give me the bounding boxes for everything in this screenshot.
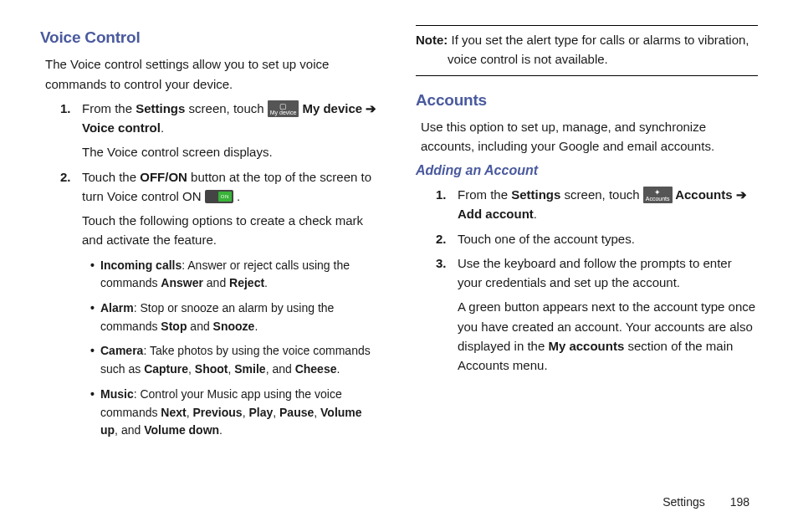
step1-extra: The Voice control screen displays. xyxy=(82,142,382,161)
heading-accounts: Accounts xyxy=(416,88,758,112)
step3-extra: A green button appears next to the accou… xyxy=(458,297,758,375)
accounts-steps-list: 1. From the Settings screen, touch ✦Acco… xyxy=(416,185,758,375)
feature-list: Incoming calls: Answer or reject calls u… xyxy=(82,257,382,440)
accounts-step-1: 1. From the Settings screen, touch ✦Acco… xyxy=(436,185,758,224)
settings-label: Settings xyxy=(136,101,185,115)
footer-page-number: 198 xyxy=(730,495,749,509)
feature-alarm: Alarm: Stop or snooze an alarm by using … xyxy=(90,299,382,335)
heading-voice-control: Voice Control xyxy=(40,25,382,49)
voice-step-1: 1. From the Settings screen, touch ▢My d… xyxy=(60,99,382,162)
feature-incoming-calls: Incoming calls: Answer or reject calls u… xyxy=(90,257,382,293)
accounts-intro-text: Use this option to set up, manage, and s… xyxy=(421,117,758,156)
heading-adding-account: Adding an Account xyxy=(416,161,758,182)
page-footer: Settings 198 xyxy=(662,494,749,512)
note-label: Note: xyxy=(416,33,448,47)
voice-intro-text: The Voice control settings allow you to … xyxy=(45,54,382,94)
voice-steps-list: 1. From the Settings screen, touch ▢My d… xyxy=(40,99,382,440)
accounts-step-2: 2. Touch one of the account types. xyxy=(436,229,758,248)
left-column: Voice Control The Voice control settings… xyxy=(40,25,382,447)
arrow-icon: ➔ xyxy=(736,187,747,202)
on-toggle-icon: ON xyxy=(205,190,233,203)
accounts-step-3: 3. Use the keyboard and follow the promp… xyxy=(436,253,758,376)
step-text: From the xyxy=(82,101,136,115)
footer-section: Settings xyxy=(662,495,705,509)
note-block: Note: If you set the alert type for call… xyxy=(416,25,758,76)
feature-camera: Camera: Take photos by using the voice c… xyxy=(90,342,382,378)
voice-step-2: 2. Touch the OFF/ON button at the top of… xyxy=(60,167,382,440)
arrow-icon: ➔ xyxy=(366,101,376,115)
accounts-icon: ✦Accounts xyxy=(643,187,673,203)
right-column: Note: If you set the alert type for call… xyxy=(416,25,758,447)
step2-extra: Touch the following options to create a … xyxy=(82,211,382,250)
feature-music: Music: Control your Music app using the … xyxy=(90,386,382,440)
my-device-icon: ▢My device xyxy=(268,100,299,117)
